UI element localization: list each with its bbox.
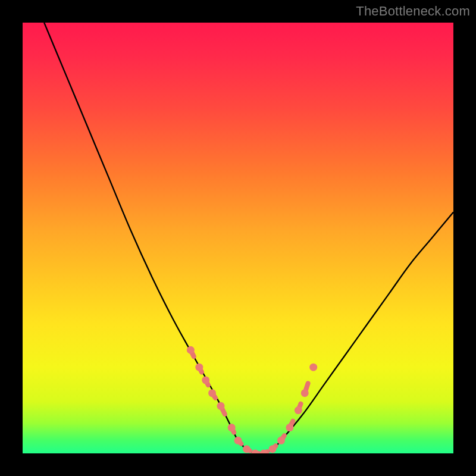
marker-dot <box>202 376 209 384</box>
marker-dot <box>286 424 293 431</box>
marker-dot <box>217 402 225 410</box>
marker-dot <box>309 364 317 371</box>
marker-dot <box>234 437 242 444</box>
marker-dot <box>228 424 236 431</box>
watermark-text: TheBottleneck.com <box>356 4 470 19</box>
marker-points <box>187 346 317 453</box>
curve-svg <box>23 23 453 453</box>
marker-dot <box>243 445 250 453</box>
outer-frame: TheBottleneck.com <box>0 0 476 476</box>
plot-area <box>23 23 453 453</box>
marker-dot <box>301 389 309 397</box>
marker-dot <box>187 346 195 354</box>
curve-line <box>44 23 453 453</box>
marker-dot <box>251 450 259 454</box>
marker-dot <box>268 445 276 453</box>
marker-dot <box>195 364 203 371</box>
bottleneck-curve <box>44 23 453 453</box>
marker-dot <box>295 406 302 414</box>
marker-dot <box>208 389 216 397</box>
marker-dot <box>277 437 285 444</box>
